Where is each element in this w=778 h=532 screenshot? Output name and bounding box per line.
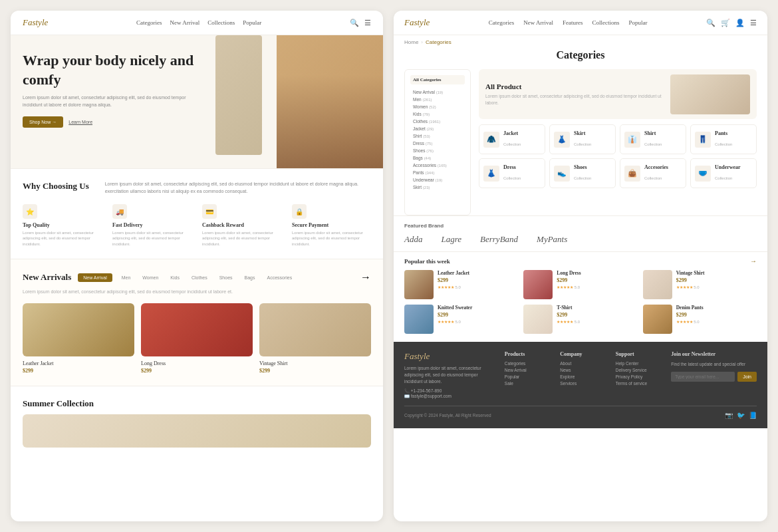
brand-lagre[interactable]: Lagre xyxy=(441,234,461,245)
footer-link-terms[interactable]: Terms of service xyxy=(616,381,660,386)
sidebar-item-shirt[interactable]: Shirt (53) xyxy=(410,132,465,140)
right-nav-links: Categories New Arrival Features Collecti… xyxy=(489,19,648,26)
cat-item-dress[interactable]: 👗 Dress Collection xyxy=(479,158,545,188)
footer-link-about[interactable]: About xyxy=(560,361,604,366)
breadcrumb-home[interactable]: Home xyxy=(404,39,418,45)
cat-item-underwear[interactable]: 🩲 Underwear Collection xyxy=(690,158,757,188)
right-nav-categories[interactable]: Categories xyxy=(489,19,515,26)
why-header: Why Choosing Us Lorem ipsum dolor sit am… xyxy=(23,181,371,195)
hero-img-right xyxy=(277,35,383,168)
popular-price-2: $299 xyxy=(557,277,581,283)
cat-item-shirt[interactable]: 👔 Shirt Collection xyxy=(620,124,686,154)
pants-icon: 👖 xyxy=(695,132,711,148)
hero-description: Lorem ipsum dolor sit amet, consectetur … xyxy=(23,94,203,108)
footer-newsletter-title: Join our Newsletter xyxy=(671,351,757,357)
brand-berryband[interactable]: BerryBand xyxy=(480,234,518,245)
right-nav-features[interactable]: Features xyxy=(563,19,583,26)
right-cart-icon[interactable]: 🛒 xyxy=(721,19,730,27)
right-menu-icon[interactable]: ☰ xyxy=(750,19,757,27)
sidebar-item-new-arrival[interactable]: New Arrival (19) xyxy=(410,88,465,96)
tab-new-arrival[interactable]: New Arrival xyxy=(78,273,112,282)
instagram-icon[interactable]: 📷 xyxy=(725,412,733,419)
popular-info-4: Knitted Sweater $299 ★★★★★ 5.0 xyxy=(438,305,472,324)
newsletter-button[interactable]: Join xyxy=(737,372,757,382)
footer-link-explore[interactable]: Explore xyxy=(560,374,604,379)
popular-name-3: Vintage Shirt xyxy=(676,270,705,276)
sidebar-item-pants[interactable]: Pants (344) xyxy=(410,169,465,176)
accessories-name: Accesories xyxy=(644,164,668,170)
popular-arrow[interactable]: → xyxy=(750,257,757,265)
footer-link-news[interactable]: News xyxy=(560,368,604,372)
product-price-1: $299 xyxy=(23,368,134,374)
sidebar-item-men[interactable]: Men (261) xyxy=(410,96,465,103)
right-search-icon[interactable]: 🔍 xyxy=(706,19,715,27)
cat-item-jacket[interactable]: 🧥 Jacket Collection xyxy=(479,124,545,154)
cashback-icon: 💳 xyxy=(202,204,217,219)
twitter-icon[interactable]: 🐦 xyxy=(737,412,745,419)
tab-shoes[interactable]: Shoes xyxy=(217,273,235,282)
right-nav-new-arrival[interactable]: New Arrival xyxy=(523,19,553,26)
popular-section: Popular this week → Leather Jacket $299 … xyxy=(394,251,767,339)
popular-name-1: Leather Jacket xyxy=(438,270,469,276)
hero-buttons: Shop Now → Learn More xyxy=(23,116,203,128)
cat-item-skirt[interactable]: 👗 Skirt Collection xyxy=(549,124,616,154)
categories-title: Categories xyxy=(404,49,757,61)
sidebar-item-skirt[interactable]: Skirt (23) xyxy=(410,184,465,191)
footer-link-categories[interactable]: Categories xyxy=(505,361,549,366)
sidebar-item-women[interactable]: Women (52) xyxy=(410,103,465,110)
footer-link-help[interactable]: Help Center xyxy=(616,361,660,366)
right-user-icon[interactable]: 👤 xyxy=(735,19,745,27)
sidebar-item-dress[interactable]: Dress (75) xyxy=(410,140,465,147)
tab-kids[interactable]: Kids xyxy=(168,273,182,282)
cat-item-shoes[interactable]: 👟 Shoes Collection xyxy=(549,158,616,188)
sidebar-item-shoes[interactable]: Shoes (76) xyxy=(410,147,465,154)
cat-item-pants[interactable]: 👖 Pants Collection xyxy=(690,124,757,154)
menu-icon[interactable]: ☰ xyxy=(364,19,371,27)
shirt-label: Collection xyxy=(644,142,662,146)
sidebar-item-accessories[interactable]: Accessories (165) xyxy=(410,162,465,169)
nav-link-collections[interactable]: Collections xyxy=(207,19,235,26)
cat-item-accessories[interactable]: 👜 Accesories Collection xyxy=(620,158,686,188)
sidebar-item-bags[interactable]: Bags (44) xyxy=(410,154,465,162)
popular-stars-3: ★★★★★ 5.0 xyxy=(676,285,705,289)
shop-now-button[interactable]: Shop Now → xyxy=(23,116,63,128)
right-nav-popular[interactable]: Popular xyxy=(629,19,648,26)
facebook-icon[interactable]: 📘 xyxy=(749,412,757,419)
tab-men[interactable]: Men xyxy=(119,273,134,282)
brand-adda[interactable]: Adda xyxy=(404,234,422,245)
popular-item-6: Denim Pants $299 ★★★★★ 5.0 xyxy=(643,305,757,334)
tab-clothes[interactable]: Clothes xyxy=(189,273,210,282)
arrivals-arrow[interactable] xyxy=(360,271,371,283)
popular-name-2: Long Dress xyxy=(557,270,581,276)
popular-name-6: Denim Pants xyxy=(676,305,704,311)
nav-link-new-arrival[interactable]: New Arrival xyxy=(170,19,200,26)
footer-link-popular[interactable]: Popular xyxy=(505,374,549,379)
nav-link-popular[interactable]: Popular xyxy=(243,19,261,26)
sidebar-item-underwear[interactable]: Underwear (19) xyxy=(410,176,465,184)
feature-payment: 🔒 Secure Payment Lorem ipsum dolor sit a… xyxy=(292,204,371,247)
brand-mypants[interactable]: MyPants xyxy=(537,234,567,245)
footer-link-sale[interactable]: Sale xyxy=(505,381,549,386)
nav-link-categories[interactable]: Categories xyxy=(136,19,162,26)
sidebar-item-kids[interactable]: Kids (79) xyxy=(410,110,465,118)
learn-more-button[interactable]: Learn More xyxy=(68,120,92,124)
search-icon[interactable]: 🔍 xyxy=(350,19,359,27)
footer-grid: Fastyle Lorem ipsum dolor sit amet, cons… xyxy=(404,351,757,399)
popular-img-1 xyxy=(404,270,434,299)
footer-link-privacy[interactable]: Privacy Policy xyxy=(616,374,660,379)
payment-icon: 🔒 xyxy=(292,204,307,219)
dress-icon: 👗 xyxy=(483,166,499,182)
tab-women[interactable]: Women xyxy=(140,273,161,282)
newsletter-input[interactable] xyxy=(671,372,735,382)
tab-accessories[interactable]: Accessories xyxy=(265,273,295,282)
arrivals-title: New Arrivals xyxy=(23,272,71,283)
footer-link-new-arrival[interactable]: New Arrival xyxy=(505,368,549,372)
right-nav-collections[interactable]: Collections xyxy=(592,19,620,26)
footer-link-delivery[interactable]: Delivery Service xyxy=(616,368,660,372)
footer-link-services[interactable]: Services xyxy=(560,381,604,386)
tab-bags[interactable]: Bags xyxy=(242,273,258,282)
why-description: Lorem ipsum dolor sit amet, consectetur … xyxy=(105,181,371,195)
shirt-icon: 👔 xyxy=(624,132,640,148)
sidebar-item-jacket[interactable]: Jacket (29) xyxy=(410,125,465,132)
sidebar-item-clothes[interactable]: Clothes (1961) xyxy=(410,118,465,125)
